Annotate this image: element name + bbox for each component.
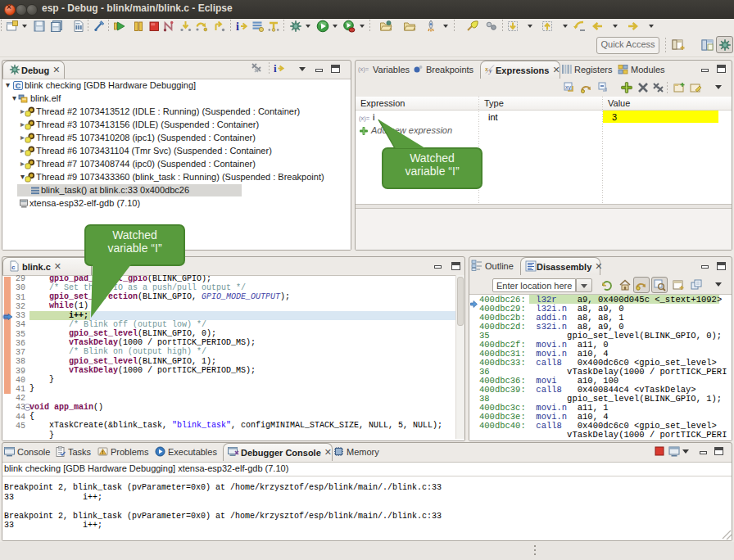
svg-text:(x)=: (x)=	[358, 65, 369, 73]
svg-text:i: i	[236, 20, 239, 33]
svg-text:C: C	[16, 82, 21, 90]
svg-text:c: c	[11, 264, 16, 271]
svg-text:y: y	[488, 67, 492, 75]
svg-text:i: i	[274, 62, 277, 74]
svg-text:(x)=: (x)=	[359, 115, 370, 122]
svg-text:xy: xy	[565, 84, 572, 91]
